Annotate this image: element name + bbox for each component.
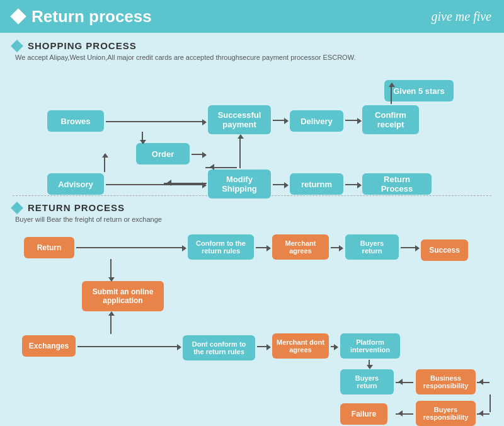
arrow-advisory-up xyxy=(104,154,105,172)
return-desc: Buyer will Bear the freight of return or… xyxy=(15,216,491,223)
header-diamond-icon xyxy=(10,8,26,24)
business-responsibility-box: Business responsibility xyxy=(416,369,476,394)
shopping-desc: We accept Alipay,West Union,All major cr… xyxy=(15,54,491,61)
arrow-return-conform xyxy=(76,247,185,248)
arrow-exchanges-up xyxy=(110,313,112,334)
arrow-vert-right xyxy=(490,394,491,412)
failure-box: Failure xyxy=(340,403,387,425)
platform-intervention-box: Platform intervention xyxy=(340,333,400,359)
exchanges-box: Exchanges xyxy=(22,335,76,357)
return-flow: Return Exchanges Submit an online applic… xyxy=(13,229,491,412)
shopping-diamond-icon xyxy=(11,40,23,52)
arrow-buyers1-success xyxy=(401,247,418,248)
confirm-receipt-box: Confirm receipt xyxy=(362,105,419,134)
successful-payment-box: Successful payment xyxy=(208,105,271,134)
buyers-return1-box: Buyers return xyxy=(345,234,399,260)
arrow-browes-down xyxy=(142,132,143,143)
return-process-box: Return Process xyxy=(362,173,432,195)
browes-box: Browes xyxy=(47,110,104,132)
return-diamond-icon xyxy=(11,202,23,214)
returnm-box: returnm xyxy=(290,173,343,195)
main-content: SHOPPING PROCESS We accept Alipay,West U… xyxy=(0,33,504,420)
arrow-exchanges-dont xyxy=(77,346,180,347)
shopping-section-header: SHOPPING PROCESS xyxy=(13,40,491,51)
arrow-merchant-platform xyxy=(331,346,337,347)
dont-conform-box: Dont conform to the return rules xyxy=(183,335,255,360)
buyers-responsibility-box: Buyers responsibility xyxy=(416,401,476,426)
merchant-agrees-box: Merchant agrees xyxy=(272,234,329,260)
arrow-right-biz-head xyxy=(476,379,483,385)
arrow-modify-payment-head xyxy=(207,164,214,170)
merchant-dont-box: Merchant dont agrees xyxy=(272,333,329,359)
arrow-right-buyers-resp-head xyxy=(476,410,483,417)
arrow-biz-buyers2-head xyxy=(395,379,403,385)
logo-text: give me five xyxy=(432,9,492,24)
arrow-browes-payment xyxy=(106,121,205,122)
arrow-advisory-right xyxy=(106,184,205,185)
arrow-buyers-fail-head xyxy=(395,410,403,417)
arrow-conform-merchant xyxy=(256,247,270,248)
page-title: Return process xyxy=(32,7,152,26)
arrow-return-down xyxy=(110,259,112,280)
header: Return process give me five xyxy=(0,0,504,33)
arrow-back-advisory-head xyxy=(164,180,171,186)
buyers-return2-box: Buyers return xyxy=(340,369,394,394)
return-box: Return xyxy=(24,237,74,258)
return-section-title: RETURN PROCESS xyxy=(28,202,125,213)
advisory-box: Advisory xyxy=(47,173,104,195)
modify-shipping-box: Modify Shipping xyxy=(208,170,271,199)
arrow-payment-delivery xyxy=(273,120,287,121)
submit-online-box: Submit an online application xyxy=(82,281,164,311)
conform-return-box: Conform to the return rules xyxy=(188,234,254,260)
arrow-dont-merchant xyxy=(257,346,270,347)
arrow-delivery-confirm xyxy=(345,120,360,121)
shopping-section-title: SHOPPING PROCESS xyxy=(28,40,137,51)
arrow-modify-return xyxy=(273,184,287,185)
delivery-box: Delivery xyxy=(290,110,343,132)
arrow-confirm-stars xyxy=(391,84,392,104)
arrow-merchant-buyers1 xyxy=(331,247,342,248)
arrow-platform-buyers2 xyxy=(369,360,370,368)
arrow-modify-payment xyxy=(239,135,241,168)
shopping-flow: Given 5 stars Browes Successful payment … xyxy=(13,67,491,190)
success-box: Success xyxy=(421,239,468,261)
arrow-return-process xyxy=(345,184,360,185)
return-section-header: RETURN PROCESS xyxy=(13,202,491,213)
arrow-order-right xyxy=(192,154,205,155)
